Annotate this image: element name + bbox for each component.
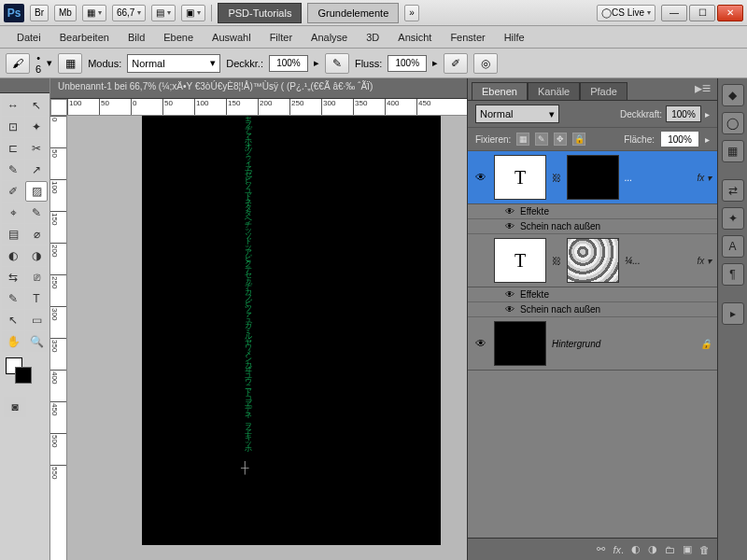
opacity-arrow-icon[interactable]: ▸ bbox=[314, 57, 319, 69]
fill-stepper-icon[interactable]: ▸ bbox=[705, 134, 710, 145]
flow-arrow-icon[interactable]: ▸ bbox=[432, 57, 438, 69]
screenmode-button[interactable]: ▣ bbox=[181, 5, 205, 21]
menu-filter[interactable]: Filter bbox=[261, 29, 302, 46]
tool-12[interactable]: ▤ bbox=[2, 224, 24, 245]
layer-blend-select[interactable]: Normal▾ bbox=[475, 105, 559, 123]
bridge-button[interactable]: Br bbox=[30, 5, 49, 21]
tool-8[interactable]: ✐ bbox=[2, 181, 24, 202]
tool-11[interactable]: ✎ bbox=[25, 203, 48, 223]
layer-opacity-input[interactable] bbox=[666, 105, 701, 122]
menu-datei[interactable]: Datei bbox=[7, 29, 50, 46]
opacity-stepper-icon[interactable]: ▸ bbox=[705, 109, 710, 119]
opacity-pressure-icon[interactable]: ✎ bbox=[325, 53, 349, 74]
menu-hilfe[interactable]: Hilfe bbox=[495, 29, 534, 46]
effect-row[interactable]: 👁 Effekte bbox=[468, 287, 717, 302]
ruler-vertical[interactable]: 050100150200250300350400450500550 bbox=[50, 116, 67, 560]
workspace-tab-grundelemente[interactable]: Grundelemente bbox=[307, 3, 399, 23]
layer-mask-icon[interactable]: ◐ bbox=[631, 543, 641, 555]
document-tab[interactable]: Unbenannt-1 bei 66,7% (¼;xÄ•Y €3òÚ€yÈ8¦!… bbox=[50, 78, 467, 99]
background-color[interactable] bbox=[15, 367, 32, 384]
tool-2[interactable]: ⊡ bbox=[2, 117, 24, 137]
tool-14[interactable]: ◐ bbox=[2, 245, 24, 266]
link-layers-icon[interactable]: ⚯ bbox=[597, 543, 605, 555]
brush-panel-toggle[interactable]: ▦ bbox=[58, 53, 82, 74]
tool-6[interactable]: ✎ bbox=[2, 160, 24, 180]
zoom-dropdown[interactable]: 66,7 bbox=[112, 5, 146, 21]
dock-actions-icon[interactable]: ▸ bbox=[722, 302, 744, 325]
menu-ebene[interactable]: Ebene bbox=[154, 29, 203, 46]
tab-pfade[interactable]: Pfade bbox=[580, 82, 627, 100]
lock-position-icon[interactable]: ✥ bbox=[554, 133, 567, 146]
tool-3[interactable]: ✦ bbox=[25, 117, 48, 137]
menu-auswahl[interactable]: Auswahl bbox=[203, 29, 261, 46]
lock-all-icon[interactable]: 🔒 bbox=[572, 133, 585, 146]
quickmask-toggle[interactable]: ◙ bbox=[4, 397, 26, 417]
blend-mode-select[interactable]: Normal▾ bbox=[127, 54, 220, 73]
chain-icon[interactable]: ⛓ bbox=[552, 173, 561, 183]
opacity-input[interactable] bbox=[269, 55, 308, 72]
canvas-viewport[interactable]: ャヲヂァホオヅゥィヱゼビソユドネタタヘチッソドッアピクテセヵヂカフビツァュガミル… bbox=[67, 116, 467, 560]
workspace-more[interactable]: » bbox=[404, 5, 419, 21]
tool-5[interactable]: ✂ bbox=[25, 138, 48, 159]
maximize-button[interactable]: ☐ bbox=[689, 5, 715, 21]
flow-input[interactable] bbox=[388, 55, 427, 72]
menu-bild[interactable]: Bild bbox=[119, 29, 154, 46]
lock-pixels-icon[interactable]: ✎ bbox=[535, 133, 548, 146]
new-layer-icon[interactable]: ▣ bbox=[683, 543, 692, 555]
toolbox-grip[interactable] bbox=[0, 78, 49, 93]
tool-0[interactable]: ↔ bbox=[2, 95, 24, 116]
adjustment-layer-icon[interactable]: ◑ bbox=[648, 543, 657, 555]
tool-23[interactable]: 🔍 bbox=[25, 331, 48, 352]
ruler-horizontal[interactable]: 10050050100150200250300350400450 bbox=[67, 99, 467, 116]
tool-15[interactable]: ◑ bbox=[25, 245, 48, 266]
delete-layer-icon[interactable]: 🗑 bbox=[699, 544, 710, 555]
layer-group-icon[interactable]: 🗀 bbox=[665, 544, 675, 555]
menu-bearbeiten[interactable]: Bearbeiten bbox=[50, 29, 119, 46]
ruler-origin[interactable] bbox=[50, 99, 67, 116]
tool-16[interactable]: ⇆ bbox=[2, 267, 24, 287]
chain-icon[interactable]: ⛓ bbox=[552, 256, 561, 266]
dock-styles-icon[interactable]: ◆ bbox=[722, 84, 744, 106]
airbrush-icon[interactable]: ✐ bbox=[444, 53, 468, 74]
visibility-eye-icon[interactable]: 👁 bbox=[473, 337, 488, 350]
layer-mask-thumb[interactable] bbox=[567, 155, 619, 200]
effect-eye-icon[interactable]: 👁 bbox=[505, 206, 514, 217]
tool-4[interactable]: ⊏ bbox=[2, 138, 24, 159]
tool-13[interactable]: ⌀ bbox=[25, 224, 48, 245]
current-tool-icon[interactable]: 🖌 bbox=[6, 53, 30, 74]
dock-swatches-icon[interactable]: ▦ bbox=[722, 140, 744, 162]
tab-ebenen[interactable]: Ebenen bbox=[472, 82, 528, 100]
layer-row[interactable]: 👁T⛓...fx ▾ bbox=[468, 151, 717, 204]
menu-ansicht[interactable]: Ansicht bbox=[388, 29, 441, 46]
layer-fx-icon[interactable]: fx. bbox=[613, 544, 624, 555]
tool-10[interactable]: ⌖ bbox=[2, 203, 24, 223]
effect-row[interactable]: 👁 Schein nach außen bbox=[468, 302, 717, 317]
layer-thumb[interactable] bbox=[494, 321, 546, 366]
dock-para-icon[interactable]: ¶ bbox=[722, 263, 744, 286]
effect-row[interactable]: 👁 Schein nach außen bbox=[468, 219, 717, 234]
minibridge-button[interactable]: Mb bbox=[54, 5, 77, 21]
tool-9[interactable]: ▨ bbox=[25, 181, 48, 202]
layer-mask-thumb[interactable] bbox=[567, 238, 619, 283]
layer-row[interactable]: T⛓¼...fx ▾ bbox=[468, 234, 717, 287]
workspace-tab-tutorials[interactable]: PSD-Tutorials bbox=[218, 3, 302, 23]
tool-22[interactable]: ✋ bbox=[2, 331, 24, 352]
minimize-button[interactable]: — bbox=[661, 5, 687, 21]
close-button[interactable]: ✕ bbox=[717, 5, 743, 21]
arrange-button[interactable]: ▤ bbox=[151, 5, 176, 21]
effect-eye-icon[interactable]: 👁 bbox=[505, 289, 514, 300]
visibility-eye-icon[interactable] bbox=[473, 254, 488, 267]
effect-eye-icon[interactable]: 👁 bbox=[505, 221, 514, 231]
effect-row[interactable]: 👁 Effekte bbox=[468, 204, 717, 219]
visibility-eye-icon[interactable]: 👁 bbox=[473, 171, 488, 184]
tool-7[interactable]: ↗ bbox=[25, 160, 48, 180]
panel-menu-icon[interactable]: ▸≡ bbox=[692, 77, 713, 100]
tool-17[interactable]: ⎚ bbox=[25, 267, 48, 287]
tablet-pressure-icon[interactable]: ◎ bbox=[473, 53, 498, 74]
tab-kanaele[interactable]: Kanäle bbox=[528, 82, 580, 100]
menu-analyse[interactable]: Analyse bbox=[302, 29, 357, 46]
layer-fx-badge[interactable]: fx ▾ bbox=[697, 173, 712, 183]
cslive-button[interactable]: ◯ CS Live bbox=[597, 5, 655, 21]
layer-thumb[interactable]: T bbox=[494, 238, 546, 283]
layer-fx-badge[interactable]: fx ▾ bbox=[697, 256, 712, 266]
